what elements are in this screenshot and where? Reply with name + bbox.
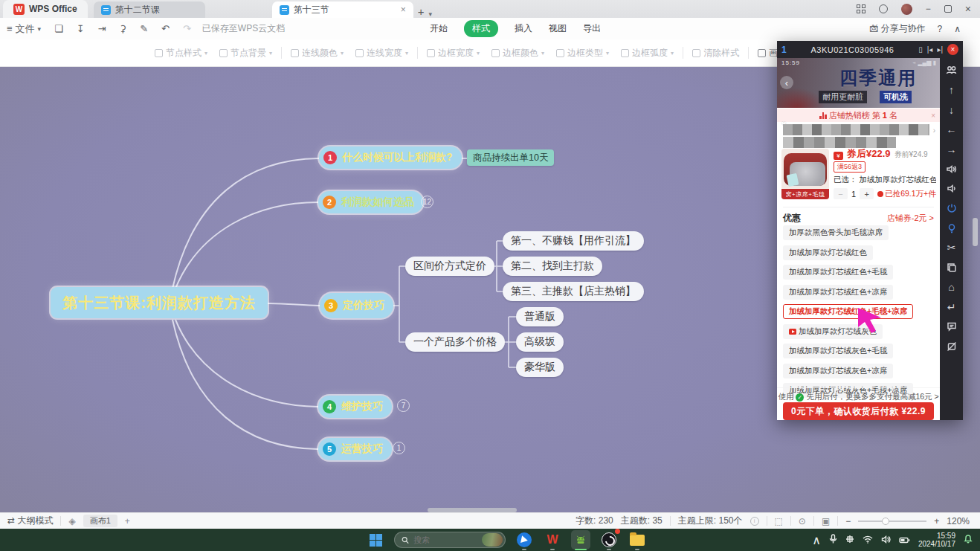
zoom-out-button[interactable]: −	[845, 516, 851, 526]
vertical-scrollbar[interactable]	[973, 218, 978, 246]
pay-later-hint[interactable]: 使用 ✓ 先用后付，更换多多支付最高减16元 >	[777, 387, 940, 402]
version-item-1[interactable]: 普通版	[516, 307, 564, 326]
banner-close-icon[interactable]: ×	[931, 112, 935, 120]
back-button[interactable]: ‹	[780, 76, 793, 89]
pricing-group-1[interactable]: 区间价方式定价	[405, 257, 494, 276]
arrow-down-icon[interactable]: ↓	[945, 103, 958, 116]
taskbar-search[interactable]	[394, 532, 506, 548]
copy-icon[interactable]	[945, 261, 958, 274]
file-explorer-app[interactable]	[628, 530, 647, 550]
border-type-button[interactable]: 边框类型▾	[556, 47, 609, 59]
center-view-icon[interactable]: ⊙	[799, 516, 806, 526]
branch-5-collapsed-count[interactable]: 1	[393, 442, 405, 454]
branch-2-collapsed-count[interactable]: 12	[421, 196, 433, 208]
bestseller-banner[interactable]: 店铺热销榜 第 1 名 ×	[777, 109, 940, 122]
branch-1-child[interactable]: 商品持续出单10天	[467, 149, 554, 166]
zoom-slider-knob[interactable]	[882, 518, 889, 525]
shop-coupon-link[interactable]: 店铺券-2元 >	[887, 213, 934, 224]
undo-icon[interactable]: ↶	[155, 23, 176, 34]
branch-4[interactable]: 4 维护技巧	[318, 396, 392, 418]
prev-device-icon[interactable]: |◂	[927, 45, 933, 54]
help-icon[interactable]: ?	[938, 24, 943, 34]
todesk-app[interactable]	[515, 530, 534, 550]
sku-option-selected[interactable]: 加绒加厚款灯芯绒红色+毛毯+凉席	[783, 304, 913, 319]
volume-down-icon[interactable]	[945, 182, 958, 195]
menu-insert[interactable]: 插入	[515, 22, 532, 35]
next-device-icon[interactable]: ▸|	[937, 45, 943, 54]
border-width-button[interactable]: 边框宽度▾	[427, 47, 480, 59]
sku-option[interactable]: 加绒加厚款灯芯绒灰色+毛毯	[783, 344, 893, 358]
redo-icon[interactable]: ↷	[176, 23, 198, 34]
new-window-icon[interactable]: ❏	[48, 23, 70, 34]
line-color-button[interactable]: 连线颜色▾	[291, 47, 344, 59]
phone-window-titlebar[interactable]: 1 A3KU021C03005946 ▯ |◂ ▸| ×	[777, 41, 963, 58]
arrow-up-icon[interactable]: ↑	[945, 84, 958, 97]
order-cta-button[interactable]: 0元下单，确认收货后付款 ¥22.9	[783, 402, 934, 420]
share-button[interactable]: 🖄 分享与协作	[869, 22, 925, 35]
scissors-icon[interactable]: ✂	[945, 242, 958, 254]
search-input[interactable]	[413, 535, 477, 544]
wps-app[interactable]: W	[543, 530, 562, 550]
device-icon[interactable]: ▯	[918, 45, 923, 54]
bulb-icon[interactable]	[945, 222, 958, 234]
outline-mode-button[interactable]: ⇄ 大纲模式	[7, 515, 53, 527]
pricing-group-2[interactable]: 一个产品多个价格	[405, 332, 505, 352]
zoom-in-button[interactable]: +	[934, 516, 939, 526]
message-icon[interactable]	[945, 320, 958, 333]
maximize-button[interactable]	[944, 5, 952, 13]
user-avatar[interactable]	[901, 4, 912, 15]
close-tab-icon[interactable]: ×	[401, 4, 406, 15]
wifi-icon[interactable]	[863, 533, 873, 547]
tab-list-caret-icon[interactable]: ▾	[428, 10, 432, 18]
fit-view-icon[interactable]: ▣	[822, 516, 830, 526]
home-icon[interactable]: ⌂	[945, 281, 958, 294]
qty-minus-button[interactable]: −	[834, 188, 848, 199]
obs-app[interactable]	[599, 530, 619, 550]
node-background-button[interactable]: 节点背景▾	[219, 47, 272, 59]
save-icon[interactable]: ↧	[70, 23, 91, 34]
menu-start[interactable]: 开始	[430, 22, 448, 35]
locate-icon[interactable]: ⬚	[775, 516, 783, 526]
close-window-button[interactable]: ×	[965, 3, 971, 15]
search-highlight-image[interactable]	[482, 533, 503, 547]
sku-option[interactable]: 加绒加厚款灯芯绒灰色+凉席	[783, 364, 893, 378]
zoom-slider[interactable]	[858, 521, 926, 522]
android-emulator-app[interactable]	[571, 530, 590, 550]
doc-tab-2[interactable]: 第十三节 ×	[272, 1, 413, 18]
branch-4-collapsed-count[interactable]: 7	[397, 399, 410, 412]
new-tab-button[interactable]: +	[413, 5, 429, 18]
version-item-2[interactable]: 高级坂	[516, 332, 564, 352]
pricing-item-1[interactable]: 第一、不赚钱【用作引流】	[503, 231, 644, 251]
power-icon[interactable]	[945, 202, 958, 215]
info-icon[interactable]: i	[750, 517, 759, 526]
border-radius-button[interactable]: 边框弧度▾	[621, 47, 674, 59]
doc-tab-1[interactable]: 第十二节课	[94, 1, 205, 18]
collapse-ribbon-icon[interactable]: ∧	[954, 24, 961, 34]
skeleton-icon[interactable]: ◈	[68, 516, 75, 526]
canvas-tab[interactable]: 画布1	[83, 515, 117, 527]
more-arrow-icon[interactable]: ›	[933, 126, 935, 135]
snip-tool-icon[interactable]	[845, 533, 854, 547]
pricing-item-2[interactable]: 第二、找到主打款	[503, 257, 602, 276]
branch-2[interactable]: 2 利润款如何选品	[318, 191, 423, 213]
border-color-button[interactable]: 边框颜色▾	[491, 47, 544, 59]
microphone-icon[interactable]	[829, 533, 837, 547]
theme-icon[interactable]	[879, 4, 888, 13]
volume-up-icon[interactable]	[945, 163, 958, 175]
sku-option[interactable]: 加绒加厚款灯芯绒红色+毛毯	[783, 265, 893, 280]
edit-pen-icon[interactable]: ✎	[133, 23, 155, 34]
branch-1[interactable]: 1 什么时候可以上利润款?	[319, 146, 462, 169]
workspace-grid-icon[interactable]	[857, 4, 865, 13]
minimize-button[interactable]: −	[926, 4, 931, 14]
sku-option[interactable]: 加绒加厚款灯芯绒红色	[783, 245, 873, 260]
menu-export[interactable]: 导出	[583, 22, 601, 35]
tray-expand-icon[interactable]: ∧	[812, 533, 821, 547]
branch-5[interactable]: 5 运营技巧	[318, 438, 392, 460]
group-control-icon[interactable]	[945, 64, 958, 77]
menu-view[interactable]: 视图	[549, 22, 567, 35]
sku-option[interactable]: 加厚款黑色骨头加毛毯凉席	[783, 225, 889, 240]
qty-plus-button[interactable]: +	[860, 188, 874, 199]
node-style-button[interactable]: 节点样式▾	[155, 47, 207, 59]
close-phone-window-button[interactable]: ×	[947, 44, 958, 55]
add-canvas-button[interactable]: +	[125, 516, 130, 526]
